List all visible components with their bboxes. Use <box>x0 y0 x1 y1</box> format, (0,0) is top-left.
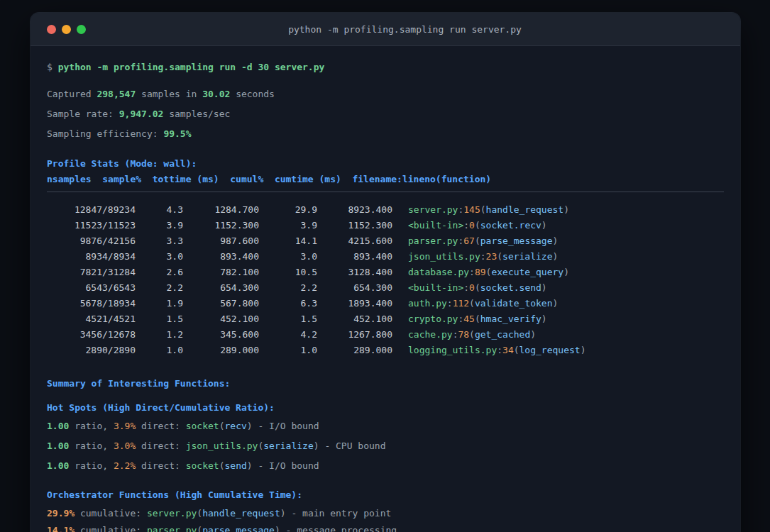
table-row: 4521/45211.5452.1001.5452.100crypto.py:4… <box>47 311 724 327</box>
terminal-content[interactable]: $ python -m profiling.sampling run -d 30… <box>31 46 740 532</box>
function-location: database.py:89(execute_query) <box>408 265 569 280</box>
window-title: python -m profiling.sampling run server.… <box>31 13 740 45</box>
minimize-button[interactable] <box>62 25 71 34</box>
close-button[interactable] <box>47 25 56 34</box>
function-location: crypto.py:45(hmac_verify) <box>408 311 547 327</box>
hot-spot-line: 1.00 ratio, 2.2% direct: socket(send) - … <box>47 458 724 474</box>
function-location: <built-in>:0(socket.send) <box>408 280 547 296</box>
table-row: 9876/421563.3987.60014.14215.600parser.p… <box>47 233 724 249</box>
traffic-lights <box>31 25 86 34</box>
shell-command: python -m profiling.sampling run -d 30 s… <box>58 62 325 72</box>
function-location: <built-in>:0(socket.recv) <box>408 218 547 233</box>
function-location: server.py:145(handle_request) <box>408 202 569 218</box>
hot-spot-line: 1.00 ratio, 3.9% direct: socket(recv) - … <box>47 419 724 434</box>
table-row: 12847/892344.31284.70029.98923.400server… <box>47 202 724 218</box>
table-row: 5678/189341.9567.8006.31893.400auth.py:1… <box>47 296 724 311</box>
table-row: 7821/312842.6782.10010.53128.400database… <box>47 265 724 280</box>
captured-label: Captured <box>47 89 97 99</box>
function-location: json_utils.py:23(serialize) <box>408 249 558 265</box>
efficiency-label: Sampling efficiency: <box>47 128 163 139</box>
function-location: parser.py:67(parse_message) <box>408 233 558 249</box>
captured-suffix-label: seconds <box>230 89 275 99</box>
terminal-window: python -m profiling.sampling run server.… <box>31 13 740 532</box>
sample-rate-value: 9,947.02 <box>119 109 164 119</box>
sample-rate-line: Sample rate: 9,947.02 samples/sec <box>47 106 724 122</box>
sample-rate-suffix: samples/sec <box>163 109 230 119</box>
orchestrator-line: 29.9% cumulative: server.py(handle_reque… <box>47 506 724 521</box>
table-row: 3456/126781.2345.6004.21267.800cache.py:… <box>47 327 724 343</box>
zoom-button[interactable] <box>77 25 86 34</box>
function-location: auth.py:112(validate_token) <box>408 296 558 311</box>
command-line: $ python -m profiling.sampling run -d 30… <box>47 60 724 75</box>
table-header: nsamples sample% tottime (ms) cumul% cum… <box>47 172 724 187</box>
efficiency-value: 99.5% <box>163 128 191 139</box>
summary-heading: Summary of Interesting Functions: <box>47 376 724 392</box>
profile-stats-heading: Profile Stats (Mode: wall): <box>47 156 724 172</box>
table-row: 8934/89343.0893.4003.0893.400json_utils.… <box>47 249 724 265</box>
table-row: 11523/115233.91152.3003.91152.300<built-… <box>47 218 724 233</box>
captured-mid-label: samples in <box>136 89 202 99</box>
table-row: 6543/65432.2654.3002.2654.300<built-in>:… <box>47 280 724 296</box>
capture-duration: 30.02 <box>202 89 230 99</box>
sample-rate-label: Sample rate: <box>47 109 119 119</box>
table-divider <box>47 192 724 192</box>
efficiency-line: Sampling efficiency: 99.5% <box>47 126 724 142</box>
table-row: 2890/28901.0289.0001.0289.000logging_uti… <box>47 343 724 358</box>
samples-count: 298,547 <box>97 89 136 99</box>
hot-spots-heading: Hot Spots (High Direct/Cumulative Ratio)… <box>47 400 724 416</box>
orchestrator-line: 14.1% cumulative: parser.py(parse_messag… <box>47 523 724 532</box>
hot-spot-line: 1.00 ratio, 3.0% direct: json_utils.py(s… <box>47 438 724 454</box>
window-titlebar[interactable]: python -m profiling.sampling run server.… <box>31 13 740 46</box>
function-location: cache.py:78(get_cached) <box>408 327 536 343</box>
captured-line: Captured 298,547 samples in 30.02 second… <box>47 87 724 102</box>
shell-prompt: $ <box>47 62 58 72</box>
orchestrator-heading: Orchestrator Functions (High Cumulative … <box>47 487 724 503</box>
function-location: logging_utils.py:34(log_request) <box>408 343 585 358</box>
